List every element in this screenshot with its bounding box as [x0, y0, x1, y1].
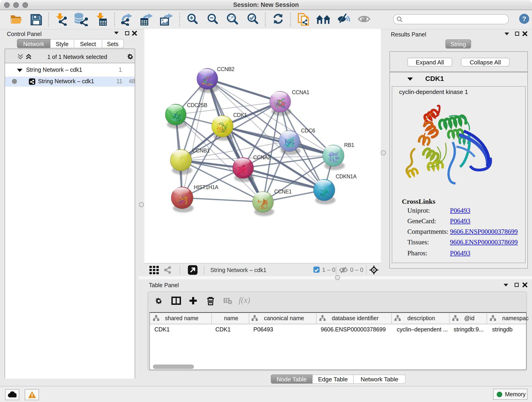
svg-text:HIST1H1A: HIST1H1A: [194, 184, 219, 190]
svg-text:CDKN1A: CDKN1A: [336, 173, 357, 179]
svg-text:CCNE1: CCNE1: [274, 189, 292, 195]
svg-text:CCNB1: CCNB1: [192, 148, 210, 153]
svg-text:CDC6: CDC6: [301, 128, 315, 134]
svg-text:CCNA1: CCNA1: [292, 89, 309, 95]
svg-text:CDC25B: CDC25B: [187, 102, 207, 108]
svg-text:CCNA2: CCNA2: [253, 154, 271, 160]
svg-text:CDK1: CDK1: [233, 112, 247, 118]
svg-text:RB1: RB1: [344, 142, 354, 148]
svg-text:CCNB2: CCNB2: [217, 66, 234, 72]
